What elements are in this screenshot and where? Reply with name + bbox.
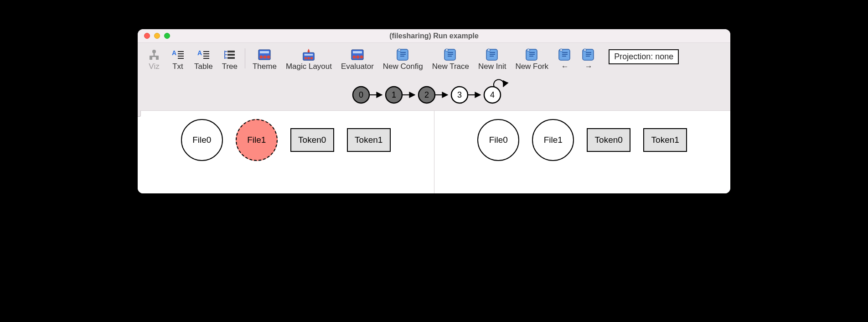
minimize-window-button[interactable] xyxy=(154,33,160,39)
traffic-lights xyxy=(138,33,170,39)
scroll-icon xyxy=(558,47,572,62)
svg-point-25 xyxy=(264,56,267,59)
svg-rect-30 xyxy=(305,54,313,56)
zoom-window-button[interactable] xyxy=(164,33,170,39)
token-node[interactable]: Token1 xyxy=(347,128,391,152)
node-label: Token1 xyxy=(651,135,679,145)
forward-label: → xyxy=(585,62,593,71)
svg-rect-42 xyxy=(448,52,453,53)
txt-button[interactable]: A Txt xyxy=(166,47,190,72)
svg-text:A: A xyxy=(172,49,176,57)
back-label: ← xyxy=(561,62,569,71)
token-node[interactable]: Token1 xyxy=(643,128,687,152)
node-label: Token0 xyxy=(595,135,623,145)
evaluator-button[interactable]: Evaluator xyxy=(336,47,378,72)
node-label: File0 xyxy=(192,135,211,145)
theme-icon xyxy=(257,47,272,62)
svg-rect-41 xyxy=(400,56,404,57)
table-button[interactable]: A Table xyxy=(190,47,217,72)
toolbar-separator xyxy=(245,48,245,68)
new-config-label: New Config xyxy=(383,62,423,71)
trace-node-3[interactable]: 3 xyxy=(451,87,468,103)
svg-rect-48 xyxy=(529,52,535,53)
new-init-button[interactable]: New Init xyxy=(474,47,511,72)
titlebar: (filesharing) Run example xyxy=(138,29,730,43)
node-label: Token0 xyxy=(298,135,326,145)
svg-point-37 xyxy=(356,56,359,59)
node-label: File1 xyxy=(544,135,563,145)
svg-rect-56 xyxy=(586,56,590,57)
node-label: File0 xyxy=(489,135,508,145)
trace-node-4[interactable]: 4 xyxy=(484,87,501,103)
svg-rect-18 xyxy=(225,54,227,55)
table-icon: A xyxy=(196,47,211,62)
svg-point-33 xyxy=(310,57,313,60)
new-fork-label: New Fork xyxy=(515,62,548,71)
tree-icon xyxy=(222,47,237,62)
new-trace-button[interactable]: New Trace xyxy=(428,47,474,72)
toolbar-row: Viz A Txt A xyxy=(142,47,726,72)
svg-rect-13 xyxy=(203,56,209,57)
file-node[interactable]: File0 xyxy=(477,119,519,161)
svg-rect-44 xyxy=(448,56,452,57)
svg-rect-2 xyxy=(150,56,159,57)
window-title: (filesharing) Run example xyxy=(138,32,730,40)
svg-point-36 xyxy=(352,56,356,59)
svg-rect-21 xyxy=(227,57,235,59)
svg-rect-16 xyxy=(225,51,227,52)
txt-label: Txt xyxy=(172,62,183,71)
svg-rect-40 xyxy=(400,54,406,55)
svg-rect-51 xyxy=(562,52,568,53)
viz-label: Viz xyxy=(149,62,159,71)
svg-text:0: 0 xyxy=(359,90,363,99)
svg-rect-9 xyxy=(178,58,184,59)
new-fork-button[interactable]: New Fork xyxy=(511,47,553,72)
svg-rect-49 xyxy=(529,54,535,55)
pane-tab[interactable] xyxy=(138,110,141,117)
forward-button[interactable]: → xyxy=(577,47,600,72)
svg-rect-4 xyxy=(156,57,159,60)
trace-node-1[interactable]: 1 xyxy=(386,87,402,103)
svg-rect-1 xyxy=(154,53,155,56)
new-init-label: New Init xyxy=(478,62,506,71)
file-node-trashed[interactable]: File1 xyxy=(236,119,278,161)
magic-layout-button[interactable]: Magic Layout xyxy=(281,47,336,72)
pane-left: File0 File1 Token0 Token1 xyxy=(138,111,434,193)
theme-label: Theme xyxy=(253,62,277,71)
svg-rect-17 xyxy=(227,51,235,52)
file-node[interactable]: File0 xyxy=(181,119,223,161)
theme-button[interactable]: Theme xyxy=(248,47,281,72)
table-label: Table xyxy=(194,62,213,71)
svg-point-26 xyxy=(267,56,270,59)
viz-button[interactable]: Viz xyxy=(142,47,166,72)
tree-label: Tree xyxy=(222,62,238,71)
token-node[interactable]: Token0 xyxy=(290,128,334,152)
projection-selector[interactable]: Projection: none xyxy=(609,49,679,64)
new-config-button[interactable]: New Config xyxy=(378,47,428,72)
svg-text:3: 3 xyxy=(457,90,462,99)
close-window-button[interactable] xyxy=(144,33,150,39)
tree-button[interactable]: Tree xyxy=(217,47,242,72)
svg-point-0 xyxy=(152,50,156,53)
toolbar: Viz A Txt A xyxy=(138,43,730,74)
pane-right: File0 File1 Token0 Token1 xyxy=(434,111,731,193)
text-icon: A xyxy=(170,47,185,62)
back-button[interactable]: ← xyxy=(553,47,577,72)
svg-point-38 xyxy=(360,56,363,59)
scroll-icon xyxy=(581,47,596,62)
svg-rect-43 xyxy=(448,54,453,55)
content: File0 File1 Token0 Token1 File0 File1 To… xyxy=(138,110,730,193)
svg-rect-46 xyxy=(490,54,495,55)
token-node[interactable]: Token0 xyxy=(587,128,630,152)
projection-label: Projection: none xyxy=(614,52,673,61)
svg-rect-23 xyxy=(260,51,269,53)
evaluator-icon xyxy=(350,47,365,62)
pane-row: File0 File1 Token0 Token1 xyxy=(181,119,391,161)
pane-row: File0 File1 Token0 Token1 xyxy=(477,119,687,161)
file-node[interactable]: File1 xyxy=(532,119,574,161)
trace-node-0[interactable]: 0 xyxy=(353,87,369,103)
trace-node-2[interactable]: 2 xyxy=(418,87,435,103)
svg-rect-19 xyxy=(227,54,235,56)
node-label: Token1 xyxy=(355,135,382,145)
svg-rect-3 xyxy=(150,57,152,60)
